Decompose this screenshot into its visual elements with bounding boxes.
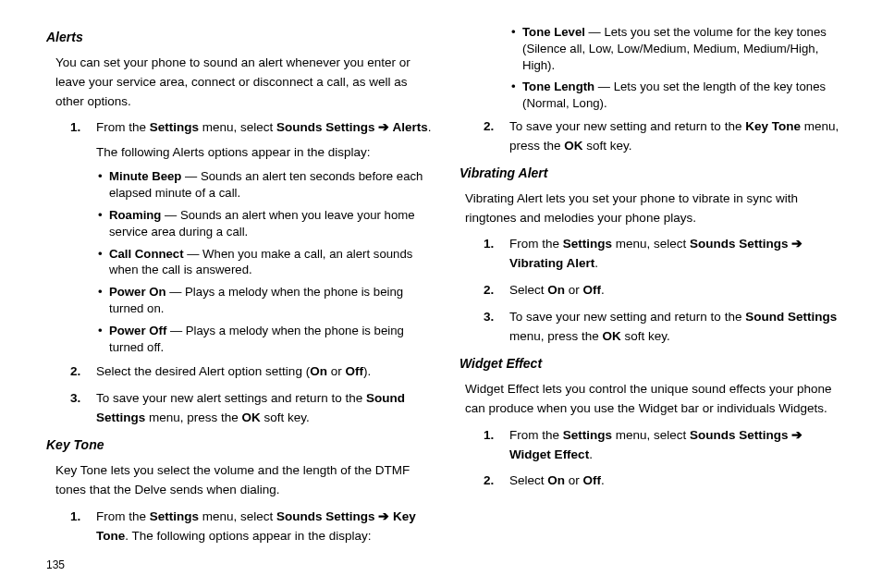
text: Select On or Off. [509,283,605,297]
vib-step-2: 2. Select On or Off. [484,281,845,300]
keytone-steps: 1. From the Settings menu, select Sounds… [70,508,432,546]
vib-step-1: 1. From the Settings menu, select Sounds… [484,235,845,274]
step-number: 3. [484,308,494,327]
step-number: 1. [70,118,80,138]
text: To save your new setting and return to t… [509,310,837,343]
widget-steps: 1. From the Settings menu, select Sounds… [484,426,845,492]
keytone-steps-cont: 2. To save your new setting and return t… [484,117,845,156]
step-number: 2. [484,281,494,300]
text: To save your new alert settings and retu… [96,391,405,424]
text: From the Settings menu, select Sounds Se… [96,120,432,134]
alerts-step-2: 2. Select the desired Alert option setti… [70,362,432,382]
alerts-step1-desc: The following Alerts options appear in t… [96,145,370,159]
bullet-item: Power On — Plays a melody when the phone… [96,284,432,317]
text: From the Settings menu, select Sounds Se… [509,237,802,270]
text: Select On or Off. [509,473,605,487]
arrow-icon: ➔ [791,428,802,442]
bullet-item: Minute Beep — Sounds an alert ten second… [96,168,432,202]
text: Select the desired Alert option setting … [96,364,371,378]
widget-step-2: 2. Select On or Off. [484,472,845,491]
step-number: 1. [484,235,494,254]
alerts-intro: You can set your phone to sound an alert… [55,54,432,112]
text: To save your new setting and return to t… [509,119,839,153]
page: Alerts You can set your phone to sound a… [0,0,882,588]
right-column: Tone Level — Lets you set the volume for… [459,24,845,570]
text: From the Settings menu, select Sounds Se… [96,509,416,543]
widget-heading: Widget Effect [459,354,845,374]
alerts-heading: Alerts [46,28,432,48]
left-column: Alerts You can set your phone to sound a… [46,24,432,570]
bullet-item: Roaming — Sounds an alert when you leave… [96,207,432,240]
widget-step-1: 1. From the Settings menu, select Sounds… [484,426,845,465]
step-number: 3. [70,389,80,409]
bullet-item: Call Connect — When you make a call, an … [96,246,432,279]
vibrating-steps: 1. From the Settings menu, select Sounds… [484,235,845,347]
step-number: 2. [484,117,494,137]
alerts-step-3: 3. To save your new alert settings and r… [70,389,432,428]
step-number: 2. [70,362,80,382]
arrow-icon: ➔ [791,237,802,251]
text: From the Settings menu, select Sounds Se… [509,428,802,461]
bullet-item: Tone Level — Lets you set the volume for… [509,24,845,73]
alerts-step-1: 1. From the Settings menu, select Sounds… [70,118,432,355]
arrow-icon: ➔ [378,120,389,134]
keytone-intro: Key Tone lets you select the volume and … [55,461,432,500]
keytone-step-2: 2. To save your new setting and return t… [484,117,845,156]
bullet-item: Power Off — Plays a melody when the phon… [96,323,432,356]
vibrating-intro: Vibrating Alert lets you set your phone … [465,190,845,228]
bullet-item: Tone Length — Lets you set the length of… [509,79,845,112]
keytone-step-1: 1. From the Settings menu, select Sounds… [70,508,432,546]
arrow-icon: ➔ [378,509,389,523]
page-number: 135 [46,558,65,571]
step-number: 2. [484,472,494,491]
keytone-heading: Key Tone [46,435,432,456]
keytone-bullets: Tone Level — Lets you set the volume for… [509,24,845,112]
alerts-steps: 1. From the Settings menu, select Sounds… [70,118,432,428]
widget-intro: Widget Effect lets you control the uniqu… [465,380,845,419]
step-number: 1. [484,426,494,446]
step-number: 1. [70,508,80,527]
alerts-bullets: Minute Beep — Sounds an alert ten second… [96,168,432,355]
vibrating-heading: Vibrating Alert [459,164,845,184]
vib-step-3: 3. To save your new setting and return t… [484,308,845,347]
